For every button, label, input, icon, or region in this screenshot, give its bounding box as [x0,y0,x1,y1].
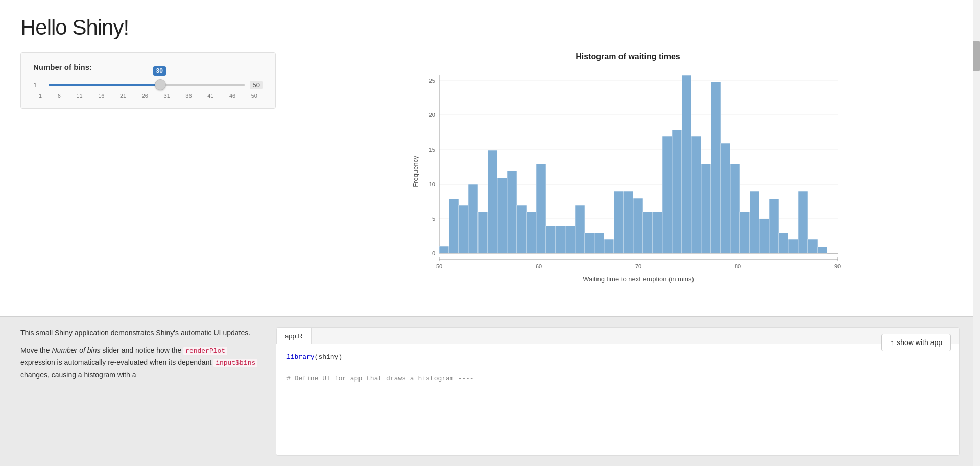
histogram-svg: Frequency 0 5 10 15 20 [409,69,848,284]
slider-tick-26: 26 [142,93,148,99]
bar-82 [750,191,759,253]
slider-tick-46: 46 [229,93,235,99]
svg-text:80: 80 [734,263,740,269]
slider-tick-50: 50 [251,93,257,99]
slider-max-value: 50 [250,81,263,89]
slider-tick-21: 21 [120,93,126,99]
page-title: Hello Shiny! [20,15,960,40]
bar-52 [459,205,468,253]
bar-69 [624,191,633,253]
svg-text:60: 60 [535,263,541,269]
app-r-tab[interactable]: app.R [276,328,312,344]
bar-77 [701,164,711,253]
top-section: Number of bins: 1 30 50 1 6 11 16 21 26 [20,52,960,284]
bar-73 [662,136,672,253]
code-comment-1: # Define UI for app that draws a histogr… [286,375,474,382]
slider-tick-36: 36 [185,93,192,99]
bar-60 [536,164,546,253]
bar-70 [633,198,643,253]
bar-61 [546,226,556,253]
slider-tick-6: 6 [58,93,61,99]
svg-text:0: 0 [432,250,435,256]
bar-57 [507,171,517,253]
show-app-button[interactable]: ↑ show with app [881,334,951,351]
slider-track-container[interactable]: 30 [49,80,245,90]
show-app-icon: ↑ [890,338,894,347]
bar-65 [585,233,594,253]
slider-label: Number of bins: [33,63,263,71]
svg-text:15: 15 [428,146,435,153]
library-keyword: library [286,353,315,361]
bar-54 [478,212,488,253]
bar-59 [527,212,536,253]
slider-ticks: 1 6 11 16 21 26 31 36 41 46 50 [33,93,263,99]
bar-55 [488,150,497,253]
bar-78 [711,82,721,253]
bar-62 [556,226,565,253]
slider-tick-31: 31 [164,93,170,99]
bar-79 [721,143,730,253]
bar-72 [653,212,662,253]
description-paragraph-2: Move the Number of bins slider and notic… [20,345,260,380]
chart-area: Frequency 0 5 10 15 20 [409,69,848,284]
slider-thumb[interactable] [155,79,166,90]
bar-80 [730,164,740,253]
bar-86 [788,239,798,253]
slider-track [49,84,245,86]
bar-88 [808,239,818,253]
code-line-3: # Define UI for app that draws a histogr… [286,374,949,384]
input-bins-code: input$bins [213,359,257,367]
bar-56 [497,178,507,253]
svg-text:Waiting time to next eruption : Waiting time to next eruption (in mins) [583,275,694,283]
code-panel: app.R library(shiny) # Define UI for app… [276,327,960,456]
bar-85 [779,233,788,253]
bottom-panel: This small Shiny application demonstrate… [0,316,980,466]
code-line-2 [286,363,949,374]
bar-50 [439,246,449,253]
show-app-label: show with app [897,338,942,347]
slider-tick-1: 1 [39,93,42,99]
description-paragraph-1: This small Shiny application demonstrate… [20,327,260,338]
bar-51 [449,199,459,253]
svg-text:70: 70 [635,263,641,269]
chart-container: Histogram of waiting times Frequency 0 5 [296,52,960,284]
bar-75 [682,75,691,253]
bar-74 [672,130,682,253]
slider-fill [49,84,160,86]
bar-84 [769,199,779,253]
svg-text:50: 50 [436,263,442,269]
svg-text:25: 25 [428,78,435,84]
bar-68 [614,191,624,253]
bar-76 [691,136,701,253]
slider-tick-11: 11 [76,93,82,99]
slider-panel: Number of bins: 1 30 50 1 6 11 16 21 26 [20,52,276,109]
main-content: Hello Shiny! Number of bins: 1 30 50 1 6… [0,0,980,316]
svg-text:10: 10 [428,181,435,187]
slider-row: 1 30 50 [33,80,263,90]
render-plot-code: renderPlot [183,347,227,355]
scrollbar[interactable] [973,0,980,466]
bar-53 [468,184,478,253]
bar-66 [594,233,604,253]
svg-text:5: 5 [432,216,435,222]
bar-64 [575,205,585,253]
code-content: library(shiny) # Define UI for app that … [276,344,959,392]
bar-89 [818,247,827,253]
bar-83 [759,219,769,253]
slider-current-value: 30 [153,66,166,76]
bar-63 [565,226,575,253]
code-line-1: library(shiny) [286,352,949,363]
slider-tick-16: 16 [98,93,104,99]
code-tabs: app.R [276,328,959,344]
svg-text:Frequency: Frequency [412,156,419,187]
bar-67 [604,239,614,253]
bar-87 [798,191,808,253]
chart-title: Histogram of waiting times [576,52,680,61]
bar-81 [740,212,750,253]
bar-58 [517,205,527,253]
svg-text:90: 90 [834,263,840,269]
scrollbar-thumb[interactable] [973,41,980,71]
slider-min-value: 1 [33,81,43,89]
bar-71 [643,212,653,253]
description-area: This small Shiny application demonstrate… [20,327,276,456]
